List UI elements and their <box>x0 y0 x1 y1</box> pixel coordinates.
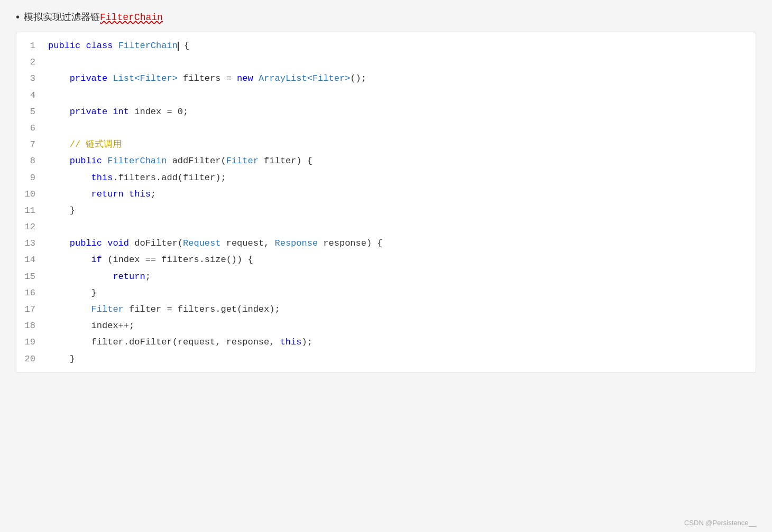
line-number: 19 <box>16 334 43 350</box>
line-code: } <box>43 285 756 301</box>
code-token: this <box>129 189 151 199</box>
code-token: // 链式调用 <box>48 139 122 150</box>
code-token: if <box>48 255 102 265</box>
filter-chain-inline-code: FilterChain <box>100 12 163 23</box>
code-token: { <box>179 41 189 51</box>
table-row: 7 // 链式调用 <box>16 136 756 153</box>
code-token: (index == filters.size()) { <box>102 255 253 265</box>
line-code: index++; <box>43 318 756 334</box>
line-code: public FilterChain addFilter(Filter filt… <box>43 153 756 169</box>
code-token: Request <box>183 238 220 248</box>
line-code: this.filters.add(filter); <box>43 170 756 186</box>
code-token: public <box>48 238 107 248</box>
table-row: 17 Filter filter = filters.get(index); <box>16 301 756 318</box>
line-code: private int index = 0; <box>43 104 756 120</box>
table-row: 12 <box>16 219 756 235</box>
code-token: request, <box>220 238 274 248</box>
table-row: 16 } <box>16 285 756 301</box>
bullet-section: • 模拟实现过滤器链FilterChain <box>16 11 756 23</box>
line-code: return this; <box>43 186 756 202</box>
line-number: 7 <box>16 136 43 153</box>
code-token: FilterChain <box>107 156 167 166</box>
code-token: Filter <box>226 156 259 166</box>
line-code: return; <box>43 268 756 285</box>
code-token: } <box>48 288 97 298</box>
code-token: Filter <box>48 304 124 314</box>
table-row: 2 <box>16 54 756 70</box>
code-token: addFilter( <box>167 156 226 166</box>
code-token: } <box>48 206 75 216</box>
code-token: List<Filter> <box>113 73 177 83</box>
code-token: return <box>48 189 129 199</box>
code-token: response) { <box>318 238 382 248</box>
bullet-text-prefix: 模拟实现过滤器链 <box>24 12 100 22</box>
code-token: public <box>48 41 86 51</box>
line-code <box>43 87 756 104</box>
code-token: public <box>48 156 107 166</box>
line-number: 8 <box>16 153 43 169</box>
code-token: filters = <box>178 73 237 83</box>
line-number: 15 <box>16 268 43 285</box>
table-row: 10 return this; <box>16 186 756 202</box>
table-row: 18 index++; <box>16 318 756 334</box>
line-code: public class FilterChain { <box>43 38 756 54</box>
line-number: 4 <box>16 87 43 104</box>
table-row: 9 this.filters.add(filter); <box>16 170 756 186</box>
code-token: index = 0; <box>129 107 188 117</box>
line-code: filter.doFilter(request, response, this)… <box>43 334 756 350</box>
code-table: 1public class FilterChain {2 3 private L… <box>16 38 756 367</box>
code-block: 1public class FilterChain {2 3 private L… <box>16 32 756 373</box>
table-row: 5 private int index = 0; <box>16 104 756 120</box>
line-code: // 链式调用 <box>43 136 756 153</box>
line-code <box>43 120 756 136</box>
table-row: 13 public void doFilter(Request request,… <box>16 235 756 251</box>
line-number: 17 <box>16 301 43 318</box>
code-token: this <box>280 337 302 347</box>
code-token: new <box>237 73 259 83</box>
watermark: CSDN @Persistence__ <box>684 519 756 527</box>
code-token: Response <box>275 238 318 248</box>
line-number: 10 <box>16 186 43 202</box>
line-number: 20 <box>16 351 43 367</box>
line-code: Filter filter = filters.get(index); <box>43 301 756 318</box>
code-token: .filters.add(filter); <box>113 173 226 183</box>
code-token: filter = filters.get(index); <box>124 304 280 314</box>
code-token: class <box>86 41 118 51</box>
line-code <box>43 219 756 235</box>
line-number: 12 <box>16 219 43 235</box>
code-token: } <box>48 354 75 364</box>
code-token: FilterChain <box>118 41 178 51</box>
table-row: 15 return; <box>16 268 756 285</box>
line-number: 3 <box>16 70 43 87</box>
table-row: 11 } <box>16 202 756 219</box>
table-row: 6 <box>16 120 756 136</box>
line-number: 5 <box>16 104 43 120</box>
table-row: 14 if (index == filters.size()) { <box>16 251 756 268</box>
code-token: (); <box>350 73 366 83</box>
line-code <box>43 54 756 70</box>
code-token: void <box>107 238 129 248</box>
line-code: } <box>43 351 756 367</box>
line-number: 16 <box>16 285 43 301</box>
line-code: } <box>43 202 756 219</box>
bullet-label: 模拟实现过滤器链FilterChain <box>24 11 163 23</box>
code-token: return <box>48 272 145 282</box>
line-number: 11 <box>16 202 43 219</box>
table-row: 1public class FilterChain { <box>16 38 756 54</box>
code-token: filter) { <box>259 156 313 166</box>
code-token: ); <box>301 337 312 347</box>
line-number: 6 <box>16 120 43 136</box>
code-token: index++; <box>48 321 134 331</box>
code-token: private <box>48 107 113 117</box>
table-row: 20 } <box>16 351 756 367</box>
code-token: this <box>48 173 113 183</box>
line-number: 13 <box>16 235 43 251</box>
code-token: int <box>113 107 129 117</box>
line-number: 2 <box>16 54 43 70</box>
code-token: doFilter( <box>129 238 183 248</box>
table-row: 3 private List<Filter> filters = new Arr… <box>16 70 756 87</box>
code-token: ; <box>151 189 156 199</box>
code-token: ArrayList<Filter> <box>259 73 350 83</box>
line-number: 1 <box>16 38 43 54</box>
table-row: 8 public FilterChain addFilter(Filter fi… <box>16 153 756 169</box>
